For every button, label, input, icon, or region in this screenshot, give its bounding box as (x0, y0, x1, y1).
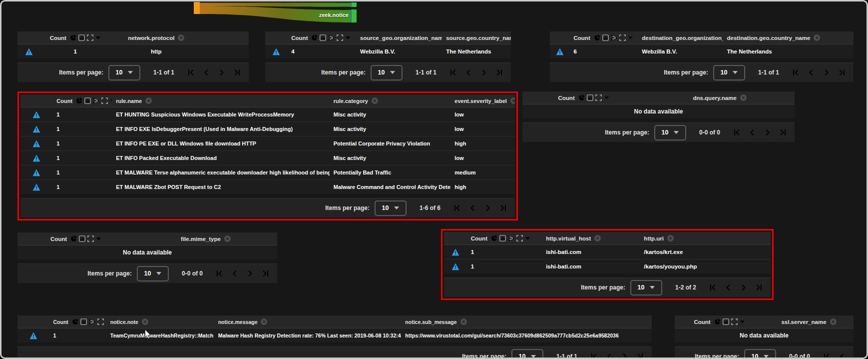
field-column-header[interactable]: http.virtual_host × (542, 232, 640, 244)
first-page-button[interactable] (448, 68, 457, 77)
first-page-button[interactable] (589, 352, 598, 359)
next-page-button[interactable] (620, 352, 629, 359)
count-column-header[interactable]: Count (570, 32, 638, 44)
first-page-button[interactable] (822, 352, 831, 359)
bar-chart-icon[interactable] (79, 236, 85, 242)
pie-chart-icon[interactable] (76, 98, 82, 104)
remove-field-icon[interactable]: × (830, 318, 837, 325)
expand-icon[interactable] (619, 34, 626, 41)
expand-icon[interactable] (516, 235, 523, 242)
first-page-button[interactable] (215, 269, 224, 278)
expand-icon[interactable] (97, 318, 104, 325)
alert-icon[interactable] (29, 332, 37, 340)
bar-chart-icon[interactable] (587, 94, 593, 101)
first-page-button[interactable] (186, 68, 195, 77)
field-column-header[interactable]: source.geo.country_name × (442, 32, 511, 44)
field-column-header[interactable]: event.severity_label × (450, 94, 515, 107)
page-size-select[interactable]: 10 (137, 266, 169, 282)
expand-icon[interactable] (87, 34, 93, 41)
sankey-icon[interactable] (93, 98, 99, 104)
sankey-icon[interactable] (611, 34, 617, 41)
page-size-select[interactable]: 10 (108, 65, 140, 80)
previous-page-button[interactable] (838, 352, 847, 359)
first-page-button[interactable] (732, 128, 741, 137)
sankey-source-node[interactable] (194, 2, 200, 14)
alert-icon[interactable] (25, 48, 33, 56)
table-row[interactable]: 1 http (17, 44, 249, 58)
expand-icon[interactable] (101, 98, 108, 104)
remove-field-icon[interactable]: × (142, 318, 148, 325)
sankey-icon[interactable] (508, 235, 514, 242)
table-row[interactable]: 1 ET MALWARE Terse alphanumeric executab… (20, 165, 515, 180)
pie-chart-icon[interactable] (70, 34, 76, 41)
next-page-button[interactable] (217, 68, 226, 77)
bar-chart-icon[interactable] (499, 235, 506, 242)
expand-icon[interactable] (337, 34, 343, 41)
previous-page-button[interactable] (464, 68, 473, 77)
sankey-target-node[interactable] (352, 2, 357, 7)
chevron-down-icon[interactable] (96, 237, 101, 241)
remove-field-icon[interactable]: × (224, 236, 231, 242)
pie-chart-icon[interactable] (72, 318, 78, 325)
next-page-button[interactable] (822, 68, 831, 77)
page-size-select[interactable]: 10 (511, 349, 543, 359)
count-column-header[interactable]: Count (675, 316, 764, 328)
field-column-header[interactable]: http.uri × (640, 232, 771, 244)
field-column-header[interactable]: ssl.server_name × (764, 316, 854, 328)
count-column-header[interactable]: Count (52, 94, 112, 107)
remove-field-icon[interactable]: × (814, 34, 820, 41)
field-column-header[interactable]: rule.name × (112, 94, 330, 107)
page-size-select[interactable]: 10 (713, 65, 745, 80)
pie-chart-icon[interactable] (714, 318, 721, 325)
alert-icon[interactable] (32, 111, 40, 118)
alert-icon[interactable] (32, 154, 40, 162)
bar-chart-icon[interactable] (78, 34, 85, 41)
page-size-select[interactable]: 10 (654, 125, 686, 140)
bar-chart-icon[interactable] (84, 98, 91, 104)
table-row[interactable]: 6 Webzilla B.V. The Netherlands (550, 44, 854, 58)
remove-field-icon[interactable]: × (261, 318, 267, 325)
alert-icon[interactable] (32, 184, 40, 191)
next-page-button[interactable] (483, 204, 492, 212)
table-row[interactable]: 1 ET INFO Packed Executable Download Mis… (20, 150, 515, 165)
alert-icon[interactable] (451, 263, 459, 270)
sankey-icon[interactable] (328, 34, 335, 41)
remove-field-icon[interactable]: × (510, 98, 515, 104)
page-size-select[interactable]: 10 (744, 349, 776, 359)
field-column-header[interactable]: dns.query.name × (645, 92, 795, 104)
table-row[interactable]: 1 ET INFO EXE IsDebuggerPresent (Used in… (20, 122, 515, 136)
previous-page-button[interactable] (202, 68, 211, 77)
field-column-header[interactable]: network.protocol × (110, 32, 202, 44)
sankey-icon[interactable] (89, 318, 95, 325)
first-page-button[interactable] (791, 68, 800, 77)
bar-chart-icon[interactable] (723, 318, 729, 325)
remove-field-icon[interactable]: × (740, 94, 747, 101)
previous-page-button[interactable] (748, 128, 757, 137)
field-column-header[interactable]: notice.message × (214, 316, 402, 328)
chevron-down-icon[interactable] (345, 36, 351, 40)
last-page-button[interactable] (755, 283, 764, 292)
table-row[interactable]: 4 Webzilla B.V. The Netherlands (265, 44, 511, 58)
table-row[interactable]: 1 ET MALWARE Zbot POST Request to C2 Mal… (20, 180, 515, 194)
alert-icon[interactable] (451, 248, 459, 256)
last-page-button[interactable] (838, 68, 847, 77)
next-page-button[interactable] (739, 283, 748, 292)
sankey-target-node-zeek-notice[interactable] (352, 10, 357, 22)
remove-field-icon[interactable]: × (667, 235, 674, 242)
field-column-header[interactable]: file.mime_type × (134, 232, 277, 245)
next-page-button[interactable] (246, 269, 255, 278)
last-page-button[interactable] (636, 352, 645, 359)
alert-icon[interactable] (32, 126, 40, 133)
pie-chart-icon[interactable] (311, 34, 318, 41)
chevron-down-icon[interactable] (604, 96, 609, 100)
field-column-header[interactable]: notice.sub_message × (401, 316, 652, 328)
pie-chart-icon[interactable] (594, 34, 600, 41)
previous-page-button[interactable] (230, 269, 239, 278)
remove-field-icon[interactable]: × (594, 235, 601, 242)
count-column-header[interactable]: Count (17, 232, 134, 245)
chevron-down-icon[interactable] (628, 36, 633, 40)
last-page-button[interactable] (261, 269, 270, 278)
next-page-button[interactable] (479, 68, 488, 77)
remove-field-icon[interactable]: × (178, 34, 184, 41)
pie-chart-icon[interactable] (70, 236, 77, 242)
